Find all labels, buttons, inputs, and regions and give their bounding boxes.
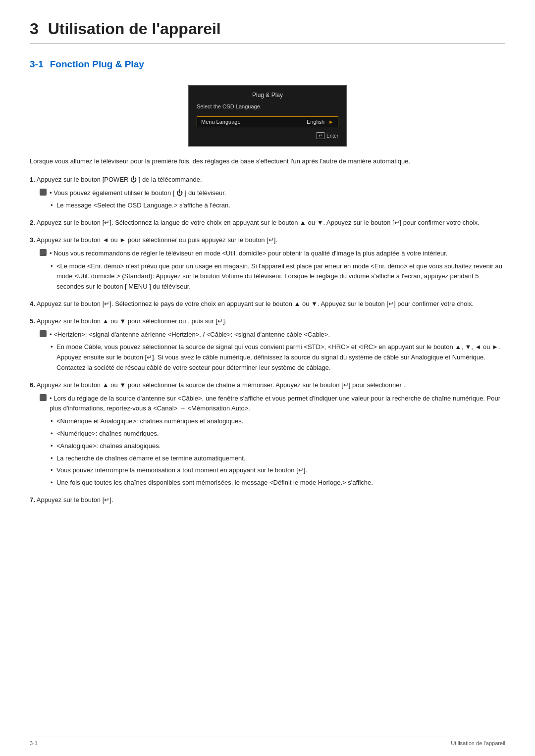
- step-item: 2. Appuyez sur le bouton [↵]. Sélectionn…: [30, 218, 505, 228]
- note-line: • Lors du réglage de la source d'antenne…: [40, 394, 505, 414]
- note-sub-list: Une fois que toutes les chaînes disponib…: [51, 478, 505, 488]
- osd-box-wrapper: Plug & Play Select the OSD Language. Men…: [30, 85, 505, 147]
- note-sub-list: <Numérique et Analogique>: chaînes numér…: [51, 416, 505, 427]
- step-text: 5. Appuyez sur le bouton ▲ ou ▼ pour sél…: [30, 317, 226, 325]
- note-line-text: • <Hertzien>: <signal d'antenne aérienne…: [50, 330, 330, 340]
- chapter-title-text: Utilisation de l'appareil: [48, 20, 221, 38]
- footer-left: 3-1: [30, 740, 38, 746]
- step-item: 5. Appuyez sur le bouton ▲ ou ▼ pour sél…: [30, 316, 505, 373]
- note-sub-list: <Le mode <Enr. démo> n'est prévu que pou…: [51, 261, 505, 292]
- note-line: • Nous vous recommandons de régler le té…: [40, 249, 505, 259]
- step-item: 4. Appuyez sur le bouton [↵]. Sélectionn…: [30, 299, 505, 309]
- osd-box: Plug & Play Select the OSD Language. Men…: [188, 85, 347, 147]
- step-item: 6. Appuyez sur le bouton ▲ ou ▼ pour sél…: [30, 380, 505, 488]
- osd-arrow-icon: ►: [328, 119, 334, 125]
- osd-subtitle: Select the OSD Language.: [197, 103, 338, 109]
- step-text: 2. Appuyez sur le bouton [↵]. Sélectionn…: [30, 219, 480, 226]
- note-sub-item: Vous pouvez interrompre la mémorisation …: [51, 465, 505, 476]
- osd-title: Plug & Play: [197, 92, 338, 99]
- osd-menu-value: English: [307, 119, 324, 125]
- step-item: 1. Appuyez sur le bouton [POWER ⏻ ] de l…: [30, 175, 505, 211]
- note-block: • <Hertzien>: <signal d'antenne aérienne…: [40, 330, 505, 373]
- step-item: 7. Appuyez sur le bouton [↵].: [30, 495, 505, 505]
- step-text: 3. Appuyez sur le bouton ◄ ou ► pour sél…: [30, 236, 277, 244]
- note-icon: [40, 330, 47, 337]
- osd-menu-label: Menu Language: [201, 119, 307, 125]
- note-sub-item: La recherche de chaînes démarre et se te…: [51, 454, 505, 464]
- note-sub-item: <Le mode <Enr. démo> n'est prévu que pou…: [51, 261, 505, 292]
- chapter-title: 3 Utilisation de l'appareil: [30, 20, 505, 44]
- osd-menu-row: Menu Language English ►: [197, 116, 338, 127]
- note-icon: [40, 189, 47, 196]
- intro-text: Lorsque vous allumez le téléviseur pour …: [30, 156, 505, 167]
- note-sub-list: Le message <Select the OSD Language.> s'…: [51, 201, 505, 211]
- note-block: • Nous vous recommandons de régler le té…: [40, 249, 505, 292]
- note-sub-item: <Analogique>: chaînes analogiques.: [51, 441, 505, 452]
- osd-enter-icon: ↵: [317, 132, 324, 139]
- note-sub-list: En mode Câble, vous pouvez sélectionner …: [51, 342, 505, 373]
- chapter-num: 3: [30, 20, 39, 38]
- note-sub-item: <Numérique et Analogique>: chaînes numér…: [51, 416, 505, 427]
- note-sub-item: Une fois que toutes les chaînes disponib…: [51, 478, 505, 488]
- note-sub-list: La recherche de chaînes démarre et se te…: [51, 454, 505, 464]
- note-line: • <Hertzien>: <signal d'antenne aérienne…: [40, 330, 505, 340]
- note-sub-list: Vous pouvez interrompre la mémorisation …: [51, 465, 505, 476]
- note-icon: [40, 249, 47, 256]
- note-sub-item: En mode Câble, vous pouvez sélectionner …: [51, 342, 505, 373]
- note-sub-item: <Numérique>: chaînes numériques.: [51, 429, 505, 439]
- footer-right: Utilisation de l'appareil: [451, 740, 505, 746]
- step-text: 6. Appuyez sur le bouton ▲ ou ▼ pour sél…: [30, 381, 405, 389]
- note-block: • Vous pouvez également utiliser le bout…: [40, 188, 505, 211]
- note-sub-list: <Numérique>: chaînes numériques.: [51, 429, 505, 439]
- note-line-text: • Lors du réglage de la source d'antenne…: [50, 394, 505, 414]
- step-text: 7. Appuyez sur le bouton [↵].: [30, 496, 113, 504]
- note-line: • Vous pouvez également utiliser le bout…: [40, 188, 505, 199]
- note-sub-item: Le message <Select the OSD Language.> s'…: [51, 201, 505, 211]
- section-num: 3-1: [30, 59, 43, 69]
- step-item: 3. Appuyez sur le bouton ◄ ou ► pour sél…: [30, 235, 505, 292]
- note-block: • Lors du réglage de la source d'antenne…: [40, 394, 505, 488]
- section-title-text: Fonction Plug & Play: [50, 59, 144, 69]
- note-icon: [40, 394, 47, 401]
- note-sub-list: <Analogique>: chaînes analogiques.: [51, 441, 505, 452]
- osd-footer: ↵ Enter: [197, 132, 338, 139]
- note-line-text: • Vous pouvez également utiliser le bout…: [50, 188, 226, 199]
- section-title: 3-1 Fonction Plug & Play: [30, 59, 505, 73]
- step-text: 1. Appuyez sur le bouton [POWER ⏻ ] de l…: [30, 176, 202, 183]
- note-line-text: • Nous vous recommandons de régler le té…: [50, 249, 447, 259]
- osd-enter-label: Enter: [326, 133, 338, 139]
- page-footer: 3-1 Utilisation de l'appareil: [30, 737, 505, 746]
- step-text: 4. Appuyez sur le bouton [↵]. Sélectionn…: [30, 300, 474, 307]
